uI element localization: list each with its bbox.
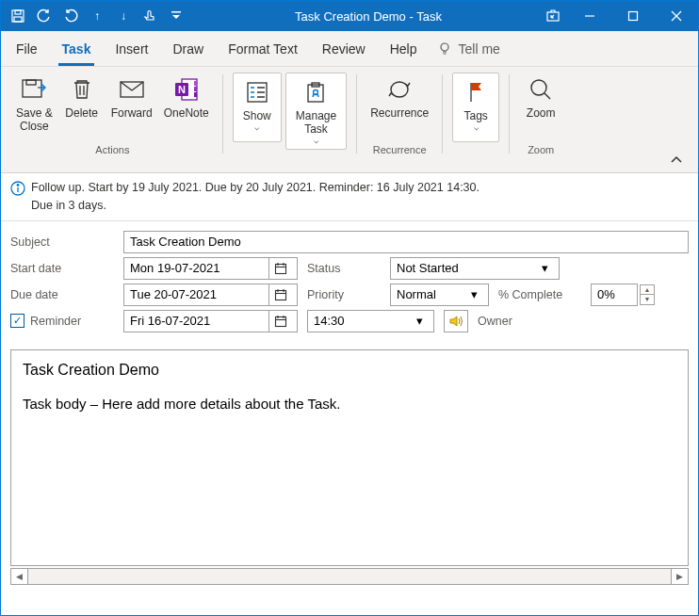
touch-mode-icon[interactable]: [140, 7, 159, 25]
ribbon-group-zoom: Zoom Zoom: [513, 71, 568, 172]
svg-rect-16: [194, 92, 197, 97]
tab-file[interactable]: File: [12, 34, 41, 66]
qat-customize-icon[interactable]: [167, 7, 186, 25]
tab-draw[interactable]: Draw: [169, 34, 207, 66]
calendar-icon[interactable]: [268, 284, 291, 305]
svg-point-9: [441, 43, 448, 51]
svg-rect-2: [14, 17, 22, 22]
save-icon[interactable]: [8, 7, 27, 25]
up-arrow-icon[interactable]: ↑: [88, 7, 106, 25]
horizontal-scrollbar[interactable]: ◀ ▶: [10, 568, 689, 585]
collapse-ribbon-button[interactable]: [660, 148, 692, 172]
recurrence-icon: [385, 74, 414, 105]
ribbon-separator: [356, 74, 357, 154]
zoom-icon: [528, 74, 554, 105]
svg-rect-27: [275, 264, 285, 273]
svg-rect-6: [629, 12, 638, 21]
ribbon-separator: [509, 74, 510, 154]
reminder-date-input[interactable]: Fri 16-07-2021: [123, 310, 298, 332]
chevron-down-icon: ▾: [411, 314, 428, 328]
reminder-time-value: 14:30: [314, 314, 345, 328]
chevron-down-icon: ⌵: [474, 122, 479, 132]
scroll-right-button[interactable]: ▶: [671, 569, 688, 584]
maximize-button[interactable]: [611, 1, 655, 31]
scroll-left-button[interactable]: ◀: [11, 569, 28, 584]
reminder-sound-button[interactable]: [444, 310, 468, 332]
ribbon-display-options-icon[interactable]: [544, 7, 562, 25]
status-value: Not Started: [397, 261, 459, 275]
reminder-field: ✓ Reminder: [10, 314, 123, 328]
svg-rect-20: [308, 85, 323, 102]
info-icon: [10, 181, 25, 196]
forward-button[interactable]: Forward: [106, 71, 158, 140]
title-bar: ↑ ↓ Task Creation Demo - Task: [1, 1, 698, 31]
calendar-icon[interactable]: [268, 311, 291, 332]
group-label-actions: Actions: [95, 140, 129, 161]
show-button[interactable]: Show ⌵: [233, 73, 282, 142]
manage-task-label: Manage Task: [296, 109, 336, 136]
lightbulb-icon: [437, 41, 452, 57]
onenote-button[interactable]: N OneNote: [158, 71, 215, 140]
save-close-button[interactable]: Save & Close: [10, 71, 58, 140]
chevron-down-icon: ▾: [465, 287, 482, 301]
calendar-icon[interactable]: [268, 258, 291, 279]
task-list-icon: [245, 77, 269, 107]
due-date-input[interactable]: Tue 20-07-2021: [123, 284, 298, 306]
delete-button[interactable]: Delete: [58, 71, 106, 140]
body-title: Task Creation Demo: [23, 362, 676, 379]
tab-insert[interactable]: Insert: [111, 34, 152, 66]
svg-rect-14: [194, 81, 197, 86]
tell-me-label: Tell me: [458, 41, 499, 57]
task-body-editor[interactable]: Task Creation Demo Task body – Here add …: [10, 349, 689, 566]
chevron-down-icon: ▾: [536, 261, 553, 275]
svg-point-26: [17, 185, 19, 186]
speaker-icon: [448, 314, 463, 329]
svg-rect-31: [275, 290, 285, 300]
info-text: Follow up. Start by 19 July 2021. Due by…: [31, 179, 480, 215]
window-title: Task Creation Demo - Task: [193, 9, 544, 24]
owner-label: Owner: [478, 315, 553, 328]
due-date-label: Due date: [10, 288, 123, 301]
manage-task-icon: [303, 77, 328, 107]
svg-rect-10: [23, 80, 41, 97]
tags-button[interactable]: Tags ⌵: [452, 73, 499, 142]
tab-format-text[interactable]: Format Text: [224, 34, 301, 66]
ribbon-group-recurrence: Recurrence Recurrence: [361, 71, 438, 172]
tell-me[interactable]: Tell me: [437, 41, 499, 66]
manage-task-button[interactable]: Manage Task ⌵: [285, 73, 347, 150]
percent-complete-spinner[interactable]: ▲ ▼: [640, 284, 655, 305]
percent-complete-input[interactable]: [591, 284, 638, 306]
reminder-checkbox[interactable]: ✓: [10, 314, 24, 328]
recurrence-button[interactable]: Recurrence: [365, 71, 434, 140]
start-date-label: Start date: [10, 262, 123, 275]
down-arrow-icon[interactable]: ↓: [114, 7, 133, 25]
chevron-down-icon: ⌵: [254, 122, 259, 132]
minimize-button[interactable]: [568, 1, 611, 31]
undo-icon[interactable]: [35, 7, 54, 25]
ribbon: Save & Close Delete Forward N OneNote Ac…: [1, 67, 698, 173]
save-close-icon: [19, 74, 49, 105]
svg-rect-35: [275, 316, 285, 326]
status-select[interactable]: Not Started ▾: [390, 257, 560, 280]
close-button[interactable]: [655, 1, 698, 31]
spinner-down-icon[interactable]: ▼: [641, 295, 654, 304]
svg-point-23: [531, 80, 546, 95]
tab-help[interactable]: Help: [386, 34, 421, 66]
scroll-track[interactable]: [28, 569, 671, 584]
spinner-up-icon[interactable]: ▲: [641, 285, 654, 295]
redo-icon[interactable]: [61, 7, 80, 25]
start-date-input[interactable]: Mon 19-07-2021: [123, 257, 298, 280]
envelope-icon: [118, 74, 146, 105]
reminder-time-select[interactable]: 14:30 ▾: [307, 310, 434, 332]
percent-complete-label: % Complete: [498, 288, 583, 301]
subject-label: Subject: [10, 235, 123, 249]
tab-review[interactable]: Review: [318, 34, 369, 66]
tab-task[interactable]: Task: [58, 34, 95, 66]
body-text: Task body – Here add more details about …: [23, 396, 676, 412]
ribbon-group-show-manage: Show ⌵ Manage Task ⌵: [227, 71, 352, 172]
ribbon-tabs: File Task Insert Draw Format Text Review…: [1, 31, 698, 67]
group-label-zoom: Zoom: [528, 140, 554, 161]
priority-select[interactable]: Normal ▾: [390, 284, 489, 306]
subject-input[interactable]: [123, 231, 689, 253]
zoom-button[interactable]: Zoom: [517, 71, 564, 140]
